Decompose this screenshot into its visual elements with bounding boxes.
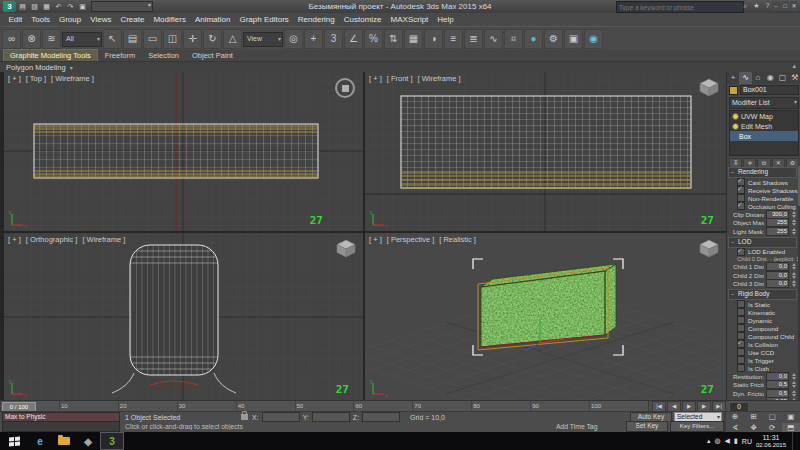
spinner-down-icon[interactable]: [792, 377, 796, 380]
spinner[interactable]: [791, 280, 796, 287]
checkbox-use-ccd[interactable]: [737, 348, 745, 356]
selection-lock-icon[interactable]: [241, 414, 248, 420]
modifier-on-bulb-icon[interactable]: [732, 123, 739, 130]
render-production-icon[interactable]: ◉: [584, 29, 603, 49]
viewcube[interactable]: [335, 238, 357, 258]
language-indicator[interactable]: RU: [742, 438, 752, 445]
menu-edit[interactable]: Edit: [4, 13, 27, 26]
spinner[interactable]: [791, 211, 796, 218]
spinner-down-icon[interactable]: [792, 385, 796, 388]
app-logo[interactable]: 3: [3, 1, 16, 12]
box-object-front-view[interactable]: [401, 96, 691, 188]
viewport-menu-pov[interactable]: [ Orthographic ]: [26, 235, 78, 244]
menu-tools[interactable]: Tools: [27, 13, 55, 26]
menu-help[interactable]: Help: [433, 13, 458, 26]
spinner-down-icon[interactable]: [792, 284, 796, 287]
tray-status-icon[interactable]: ◍: [714, 437, 720, 445]
current-frame-field[interactable]: 0: [729, 402, 749, 412]
add-time-tag[interactable]: Add Time Tag: [556, 423, 626, 430]
modifier-on-bulb-icon[interactable]: [732, 113, 739, 120]
utilities-tab[interactable]: ⚒: [789, 72, 800, 84]
zoom-extents-icon[interactable]: ▢: [763, 412, 782, 423]
maximize-button[interactable]: □: [781, 1, 789, 11]
select-by-name-icon[interactable]: ▤: [123, 29, 142, 49]
schematic-view-icon[interactable]: ⌗: [504, 29, 523, 49]
ribbon-tab-graphite-modeling-tools[interactable]: Graphite Modeling Tools: [3, 49, 98, 61]
viewport-orthographic[interactable]: [ + ] [ Orthographic ] [ Wireframe ] 27 …: [4, 233, 363, 400]
viewport-menu-shading[interactable]: [ Wireframe ]: [418, 74, 461, 83]
spinner[interactable]: [791, 390, 796, 397]
viewcube[interactable]: [698, 77, 720, 97]
help-icon[interactable]: ?: [763, 1, 772, 11]
tray-show-hidden-icon[interactable]: ▴: [707, 437, 711, 445]
search-icon[interactable]: ⌕: [741, 1, 750, 11]
spinner-down-icon[interactable]: [792, 223, 796, 226]
spinner-down-icon[interactable]: [792, 394, 796, 397]
menu-create[interactable]: Create: [116, 13, 149, 26]
checkbox-is-collision[interactable]: [737, 340, 745, 348]
percent-snap-icon[interactable]: %: [364, 29, 383, 49]
render-setup-icon[interactable]: ⚙: [544, 29, 563, 49]
viewport-top[interactable]: [ + ] [ Top ] [ Wireframe ] 27 xy: [4, 72, 363, 231]
stack-item-uvw-map[interactable]: UVW Map: [730, 111, 798, 121]
display-tab[interactable]: ▢: [776, 72, 788, 84]
viewport-menu-general[interactable]: [ + ]: [369, 74, 382, 83]
close-button[interactable]: ✕: [790, 1, 798, 11]
taskbar-internet-explorer[interactable]: e: [28, 432, 52, 450]
use-pivot-center-icon[interactable]: ◎: [284, 29, 303, 49]
menu-rendering[interactable]: Rendering: [293, 13, 339, 26]
viewport-menu-shading[interactable]: [ Wireframe ]: [51, 74, 94, 83]
spinner-down-icon[interactable]: [792, 215, 796, 218]
rendered-frame-icon[interactable]: ▣: [564, 29, 583, 49]
key-filters-button[interactable]: Key Filters...: [670, 421, 724, 432]
viewport-menu-pov[interactable]: [ Front ]: [387, 74, 413, 83]
align-icon[interactable]: ≡: [444, 29, 463, 49]
menu-maxscript[interactable]: MAXScript: [386, 13, 433, 26]
spinner-up-icon[interactable]: [792, 381, 796, 384]
stack-item-edit-mesh[interactable]: Edit Mesh: [730, 121, 798, 131]
spinner[interactable]: [791, 228, 796, 235]
viewport-menu-general[interactable]: [ + ]: [8, 74, 21, 83]
menu-views[interactable]: Views: [86, 13, 116, 26]
reference-coordinate-dropdown[interactable]: View: [243, 32, 283, 47]
angle-snap-icon[interactable]: ∠: [344, 29, 363, 49]
minimize-button[interactable]: –: [772, 1, 780, 11]
spinner-up-icon[interactable]: [792, 390, 796, 393]
ribbon-subtab-polygon-modeling[interactable]: Polygon Modeling ▴: [0, 61, 800, 72]
spinner[interactable]: [791, 272, 796, 279]
spinner-up-icon[interactable]: [792, 263, 796, 266]
checkbox-compound[interactable]: [737, 324, 745, 332]
taskbar-3ds-max[interactable]: 3: [100, 432, 124, 450]
spinner-up-icon[interactable]: [792, 272, 796, 275]
spinner-up-icon[interactable]: [792, 373, 796, 376]
curve-editor-icon[interactable]: ∿: [484, 29, 503, 49]
spinner[interactable]: [791, 373, 796, 380]
infocenter-search[interactable]: [616, 1, 744, 13]
spinner-down-icon[interactable]: [792, 276, 796, 279]
redo-icon[interactable]: ↷: [65, 1, 76, 12]
menu-customize[interactable]: Customize: [339, 13, 386, 26]
project-folder-icon[interactable]: ▣: [77, 1, 88, 12]
named-selection-sets-icon[interactable]: ▦: [404, 29, 423, 49]
checkbox-kinematic[interactable]: [737, 308, 745, 316]
viewport-menu-general[interactable]: [ + ]: [8, 235, 21, 244]
show-desktop-button[interactable]: [792, 432, 796, 450]
checkbox-lod-enabled[interactable]: [737, 248, 745, 256]
mirror-icon[interactable]: ◑: [424, 29, 443, 49]
material-editor-icon[interactable]: ●: [524, 29, 543, 49]
checkbox-occlusion-culling[interactable]: [737, 202, 745, 210]
object-color-swatch[interactable]: [729, 86, 738, 95]
field-child-3-dist[interactable]: 0,0: [766, 279, 789, 288]
undo-icon[interactable]: ↶: [53, 1, 64, 12]
checkbox-is-static[interactable]: [737, 300, 745, 308]
bind-to-space-warp-icon[interactable]: ≋: [42, 29, 61, 49]
menu-graph-editors[interactable]: Graph Editors: [235, 13, 293, 26]
zoom-icon[interactable]: ⊕: [726, 412, 745, 423]
viewcube-compass[interactable]: [335, 78, 355, 98]
viewcube-top-face[interactable]: [342, 85, 349, 92]
modifier-list-dropdown[interactable]: Modifier List: [729, 97, 799, 109]
menu-animation[interactable]: Animation: [190, 13, 235, 26]
maxscript-mini-listener-line2[interactable]: [2, 421, 120, 432]
taskbar-clock[interactable]: 11:31 02.06.2015: [756, 434, 786, 448]
viewport-menu-shading[interactable]: [ Wireframe ]: [82, 235, 125, 244]
